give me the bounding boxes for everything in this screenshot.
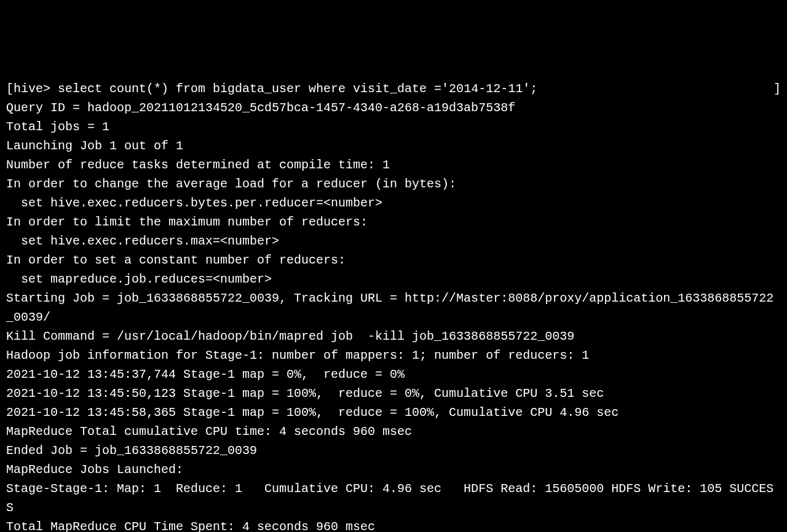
output-line: Total MapReduce CPU Time Spent: 4 second… [6, 517, 781, 532]
output-line: Launching Job 1 out of 1 [6, 136, 781, 155]
output-line: MapReduce Jobs Launched: [6, 460, 781, 479]
line-end-bracket: ] [773, 79, 781, 98]
hive-command: select count(*) from bigdata_user where … [50, 82, 537, 96]
output-line: Total jobs = 1 [6, 117, 781, 136]
output-line: 2021-10-12 13:45:37,744 Stage-1 map = 0%… [6, 365, 781, 384]
output-line: Stage-Stage-1: Map: 1 Reduce: 1 Cumulati… [6, 479, 781, 517]
output-line: Number of reduce tasks determined at com… [6, 155, 781, 174]
output-line: 2021-10-12 13:45:58,365 Stage-1 map = 10… [6, 403, 781, 422]
terminal-output[interactable]: [hive> select count(*) from bigdata_user… [6, 79, 781, 532]
output-line: In order to set a constant number of red… [6, 251, 781, 270]
output-line: Hadoop job information for Stage-1: numb… [6, 346, 781, 365]
output-line: In order to change the average load for … [6, 174, 781, 194]
output-line: In order to limit the maximum number of … [6, 213, 781, 232]
output-line: set hive.exec.reducers.max=<number> [6, 232, 781, 251]
hive-prompt: [hive> [6, 82, 50, 96]
output-line: 2021-10-12 13:45:50,123 Stage-1 map = 10… [6, 384, 781, 403]
output-line: Ended Job = job_1633868855722_0039 [6, 441, 781, 460]
output-line: set hive.exec.reducers.bytes.per.reducer… [6, 194, 781, 213]
output-line: Query ID = hadoop_20211012134520_5cd57bc… [6, 98, 781, 117]
output-line: MapReduce Total cumulative CPU time: 4 s… [6, 422, 781, 441]
output-line: Kill Command = /usr/local/hadoop/bin/map… [6, 327, 781, 346]
hive-prompt-line: [hive> select count(*) from bigdata_user… [6, 79, 781, 98]
output-line: Starting Job = job_1633868855722_0039, T… [6, 289, 781, 327]
output-line: set mapreduce.job.reduces=<number> [6, 270, 781, 289]
